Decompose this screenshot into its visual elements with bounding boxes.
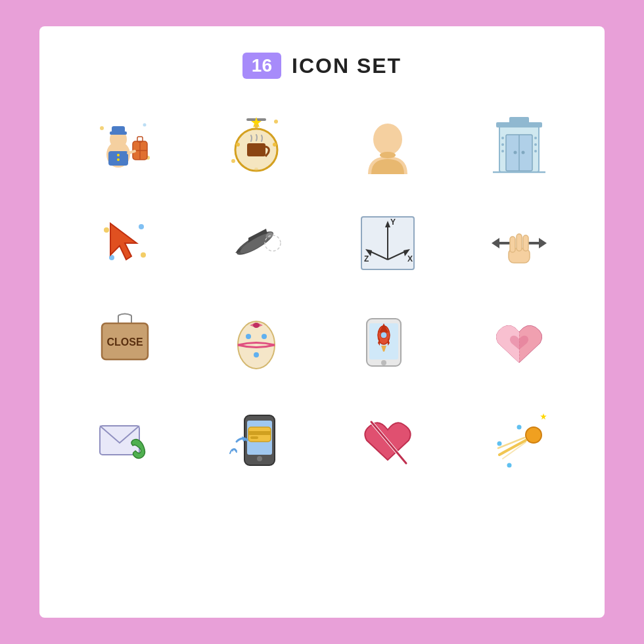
svg-point-104 (507, 463, 512, 468)
svg-point-91 (257, 456, 262, 461)
svg-rect-94 (250, 436, 258, 439)
svg-rect-9 (112, 126, 125, 133)
svg-point-38 (534, 137, 537, 139)
icon-user-silhouette (329, 105, 447, 184)
svg-rect-68 (523, 235, 528, 251)
svg-text:Y: Y (390, 218, 396, 227)
svg-rect-93 (248, 431, 271, 435)
svg-rect-66 (510, 237, 515, 252)
svg-point-45 (141, 252, 146, 258)
icon-elevator (460, 105, 578, 184)
icon-cursor-click (66, 204, 184, 283)
svg-point-34 (522, 151, 525, 154)
icon-heart-broken (329, 401, 447, 480)
svg-marker-105 (540, 413, 547, 420)
svg-point-22 (236, 143, 240, 147)
svg-point-33 (514, 151, 517, 154)
icon-close-sign: CLOSE (66, 302, 184, 381)
svg-text:X: X (407, 254, 413, 264)
svg-point-26 (373, 124, 402, 155)
svg-rect-30 (509, 117, 529, 124)
svg-point-74 (246, 334, 251, 339)
svg-point-0 (100, 126, 104, 130)
svg-point-25 (254, 168, 258, 172)
svg-point-23 (273, 143, 277, 147)
icon-bellhop (66, 105, 184, 184)
svg-point-5 (117, 154, 120, 156)
svg-point-43 (139, 224, 144, 229)
svg-point-15 (274, 120, 278, 124)
svg-point-77 (253, 323, 260, 328)
page-title: Icon Set (292, 54, 402, 78)
svg-text:Z: Z (364, 254, 369, 264)
number-badge: 16 (242, 53, 281, 79)
svg-point-83 (380, 332, 387, 338)
svg-point-103 (497, 442, 502, 446)
icon-easter-egg (197, 302, 315, 381)
icon-3d-axes: Y Z X (329, 204, 447, 283)
svg-point-40 (534, 150, 537, 152)
icon-email-call (66, 401, 184, 480)
svg-point-76 (254, 352, 259, 357)
svg-point-98 (526, 427, 541, 443)
svg-point-27 (380, 152, 396, 158)
svg-point-35 (501, 137, 504, 139)
svg-point-36 (501, 143, 504, 146)
icon-swipe-gesture (460, 204, 578, 283)
icon-airplane (197, 204, 315, 283)
icons-grid: Y Z X (66, 105, 578, 480)
icon-mobile-payment (197, 401, 315, 480)
svg-point-80 (381, 360, 386, 365)
icon-shooting-star (460, 401, 578, 480)
svg-marker-46 (110, 223, 137, 260)
svg-point-39 (534, 143, 537, 146)
svg-text:CLOSE: CLOSE (106, 336, 143, 348)
main-card: 16 Icon Set (39, 26, 605, 618)
svg-point-16 (231, 159, 235, 163)
svg-rect-21 (247, 143, 265, 156)
icon-rocket-mobile (329, 302, 447, 381)
icon-coffee-sign (197, 105, 315, 184)
icon-paper-heart (460, 302, 578, 381)
svg-point-6 (117, 158, 120, 161)
svg-point-75 (262, 334, 267, 339)
page-header: 16 Icon Set (242, 53, 402, 79)
svg-point-102 (517, 425, 522, 430)
svg-point-37 (501, 150, 504, 152)
svg-rect-67 (517, 234, 522, 251)
svg-point-73 (238, 321, 275, 369)
svg-point-42 (104, 227, 109, 233)
svg-point-24 (254, 124, 258, 128)
svg-point-2 (143, 124, 147, 127)
